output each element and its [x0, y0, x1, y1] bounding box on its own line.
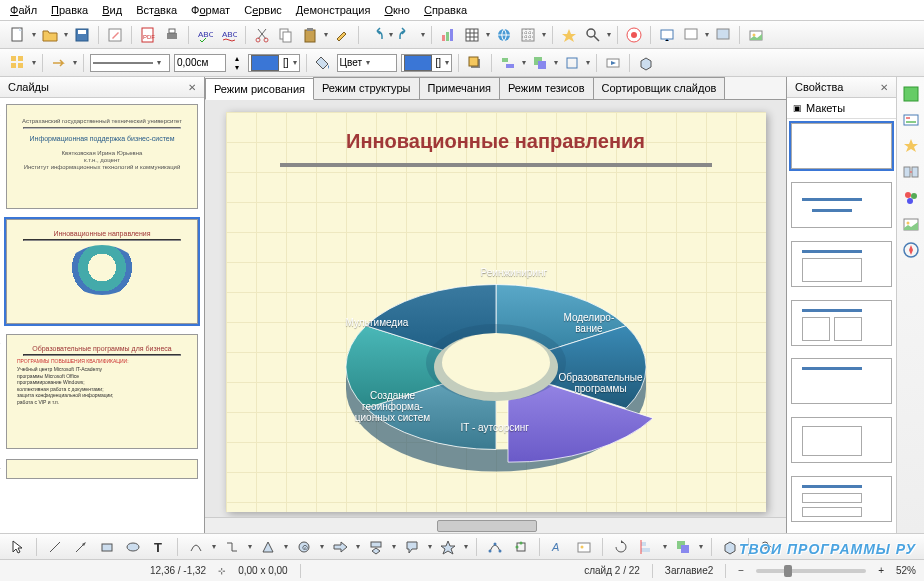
styles-icon[interactable] — [902, 189, 920, 207]
new-doc-button[interactable] — [8, 25, 28, 45]
slide-thumb-1[interactable]: 1 Астраханский государственный техническ… — [6, 104, 198, 209]
custom-animation-icon[interactable] — [902, 137, 920, 155]
chart-button[interactable] — [438, 25, 458, 45]
fill-bucket-icon[interactable] — [313, 53, 333, 73]
export-pdf-button[interactable]: PDF — [138, 25, 158, 45]
gluepoints-tool[interactable] — [511, 537, 531, 557]
block-arrows-tool[interactable] — [330, 537, 350, 557]
slide-thumb-2[interactable]: 2 Инновационные направления — [6, 219, 198, 324]
fontwork-tool[interactable]: A — [548, 537, 568, 557]
redo-button[interactable] — [397, 25, 417, 45]
slide-canvas[interactable]: Инновационные направления — [226, 112, 766, 512]
slide-thumb-3[interactable]: 3 Образовательные программы для бизнеса … — [6, 334, 198, 449]
slide-transition-icon[interactable] — [902, 163, 920, 181]
extrude-button[interactable] — [636, 53, 656, 73]
layout-content[interactable] — [791, 241, 892, 287]
help-button[interactable] — [624, 25, 644, 45]
layout-more[interactable] — [791, 476, 892, 522]
menu-slideshow[interactable]: Демонстрация — [296, 4, 371, 16]
arrange-tool[interactable] — [673, 537, 693, 557]
symbol-shapes-tool[interactable]: ☺ — [294, 537, 314, 557]
menu-insert[interactable]: Вставка — [136, 4, 177, 16]
layouts-header[interactable]: ▣Макеты — [787, 98, 896, 119]
hyperlink-button[interactable] — [494, 25, 514, 45]
menu-format[interactable]: Формат — [191, 4, 230, 16]
zoom-in-icon[interactable]: + — [878, 565, 884, 576]
navigator-button[interactable] — [559, 25, 579, 45]
format-paintbrush-button[interactable] — [332, 25, 352, 45]
line-color-combo[interactable]: [] ▾ — [248, 54, 300, 72]
zoom-out-icon[interactable]: − — [738, 565, 744, 576]
save-button[interactable] — [72, 25, 92, 45]
grid-toggle[interactable] — [8, 53, 28, 73]
print-button[interactable] — [162, 25, 182, 45]
arrow-tool[interactable] — [71, 537, 91, 557]
gallery-button[interactable] — [746, 25, 766, 45]
spinner-up[interactable]: ▴▾ — [230, 53, 244, 73]
line-width-input[interactable] — [174, 54, 226, 72]
menu-window[interactable]: Окно — [384, 4, 410, 16]
slide-thumb-4[interactable]: 4 — [6, 459, 198, 479]
layout-object[interactable] — [791, 417, 892, 463]
tab-outline[interactable]: Режим структуры — [313, 77, 420, 99]
close-icon[interactable]: ✕ — [188, 82, 196, 93]
layout-title[interactable] — [791, 182, 892, 228]
callout-tool[interactable] — [402, 537, 422, 557]
tab-drawing[interactable]: Режим рисования — [205, 78, 314, 100]
canvas-scroll[interactable]: Инновационные направления — [205, 100, 786, 517]
basic-shapes-tool[interactable] — [258, 537, 278, 557]
master-pages-icon[interactable] — [902, 111, 920, 129]
slides-list[interactable]: 1 Астраханский государственный техническ… — [0, 98, 204, 533]
navigator-icon[interactable] — [902, 241, 920, 259]
connector-tool[interactable] — [222, 537, 242, 557]
flowchart-tool[interactable] — [366, 537, 386, 557]
undo-button[interactable] — [365, 25, 385, 45]
text-tool[interactable]: T — [149, 537, 169, 557]
table-button[interactable] — [462, 25, 482, 45]
zoom-button[interactable] — [583, 25, 603, 45]
tab-handout[interactable]: Режим тезисов — [499, 77, 594, 99]
fill-type-combo[interactable]: Цвет▾ — [337, 54, 397, 72]
arrow-style-button[interactable] — [49, 53, 69, 73]
points-tool[interactable] — [485, 537, 505, 557]
menu-help[interactable]: Справка — [424, 4, 467, 16]
menu-edit[interactable]: Правка — [51, 4, 88, 16]
arrange-button[interactable] — [530, 53, 550, 73]
horizontal-scrollbar[interactable] — [205, 517, 786, 533]
menu-view[interactable]: Вид — [102, 4, 122, 16]
interaction-tool[interactable] — [757, 537, 777, 557]
presentation-button[interactable] — [657, 25, 677, 45]
rotate-tool[interactable] — [611, 537, 631, 557]
tab-sorter[interactable]: Сортировщик слайдов — [593, 77, 726, 99]
paste-button[interactable] — [300, 25, 320, 45]
menu-file[interactable]: Файл — [10, 4, 37, 16]
align-objects-tool[interactable] — [637, 537, 657, 557]
close-icon[interactable]: ✕ — [880, 82, 888, 93]
menu-tools[interactable]: Сервис — [244, 4, 282, 16]
select-tool[interactable] — [8, 537, 28, 557]
rect-tool[interactable] — [97, 537, 117, 557]
extrusion-tool[interactable] — [720, 537, 740, 557]
shadow-button[interactable] — [465, 53, 485, 73]
autospell-button[interactable]: ABC — [219, 25, 239, 45]
layout-blank[interactable] — [791, 123, 892, 169]
spellcheck-button[interactable]: ABC — [195, 25, 215, 45]
ellipse-tool[interactable] — [123, 537, 143, 557]
slide-design-button[interactable] — [713, 25, 733, 45]
zoom-slider[interactable] — [756, 569, 866, 573]
layout-two-content[interactable] — [791, 300, 892, 346]
cut-button[interactable] — [252, 25, 272, 45]
gallery-icon[interactable] — [902, 215, 920, 233]
fill-color-combo[interactable]: [] ▾ — [401, 54, 453, 72]
line-style-combo[interactable]: ▾ — [90, 54, 170, 72]
curve-tool[interactable] — [186, 537, 206, 557]
open-button[interactable] — [40, 25, 60, 45]
position-button[interactable] — [562, 53, 582, 73]
grid-button[interactable] — [518, 25, 538, 45]
interaction-button[interactable] — [603, 53, 623, 73]
copy-button[interactable] — [276, 25, 296, 45]
slide-button[interactable] — [681, 25, 701, 45]
line-tool[interactable] — [45, 537, 65, 557]
properties-icon[interactable] — [902, 85, 920, 103]
from-file-tool[interactable] — [574, 537, 594, 557]
